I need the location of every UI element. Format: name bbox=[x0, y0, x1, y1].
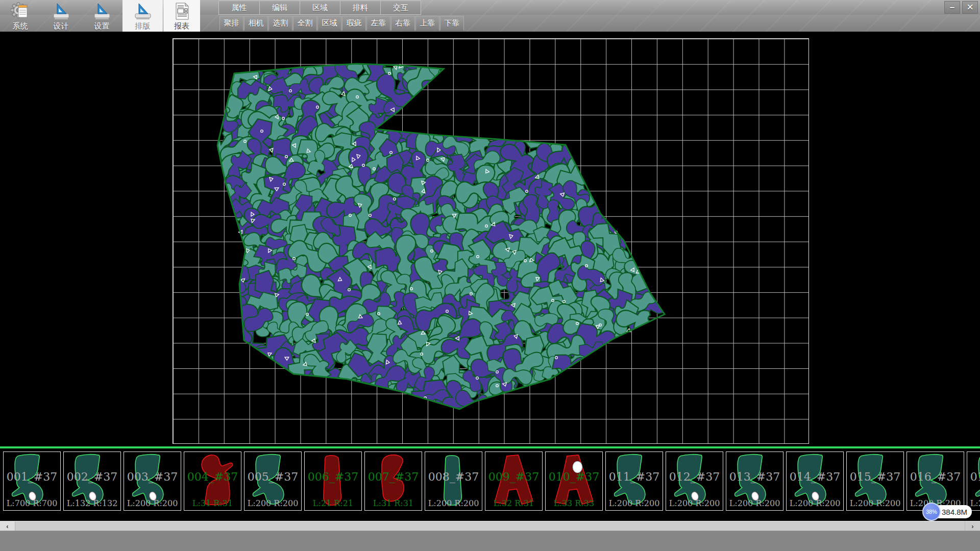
nested-pieces-pattern bbox=[200, 48, 672, 423]
memory-usage-badge: 38% 384.8M bbox=[933, 505, 972, 518]
menu-bar: 属性编辑区域排料交互 bbox=[218, 1, 421, 15]
piece-lr-count: L:700 R:700 bbox=[4, 498, 60, 508]
piece-lr-count: L:132 R:132 bbox=[64, 498, 120, 508]
piece-lr-count: L:200 R:200 bbox=[726, 498, 783, 508]
piece-name-label: 001_#37 bbox=[4, 470, 60, 483]
tool-button-7[interactable]: 右靠 bbox=[391, 16, 415, 31]
tool-button-0[interactable]: 聚排 bbox=[219, 16, 243, 31]
piece-lr-count: L:200 R:200 bbox=[666, 498, 723, 508]
status-bar bbox=[0, 531, 980, 551]
piece-name-label: 013_#37 bbox=[726, 470, 783, 483]
nav-tab-system[interactable]: 系统 bbox=[0, 0, 40, 32]
menu-item-4[interactable]: 交互 bbox=[380, 1, 421, 14]
menu-item-2[interactable]: 区域 bbox=[300, 1, 340, 14]
piece-thumbnail-005_#37[interactable]: 005_#37L:200 R:200 bbox=[244, 452, 302, 511]
menu-item-1[interactable]: 编辑 bbox=[259, 1, 300, 14]
tool-button-5[interactable]: 瑕疵 bbox=[342, 16, 366, 31]
piece-thumbnail-004_#37[interactable]: 004_#37L:31 R:31 bbox=[184, 452, 241, 511]
main-nav-tabs: 系统设计设置排版报表 bbox=[0, 0, 201, 32]
nav-tab-design[interactable]: 设计 bbox=[41, 0, 81, 32]
tool-button-6[interactable]: 左靠 bbox=[366, 16, 390, 31]
leather-hide-nesting-layout[interactable] bbox=[173, 38, 809, 444]
piece-thumbnail-013_#37[interactable]: 013_#37L:200 R:200 bbox=[726, 452, 783, 511]
piece-thumbnail-016_#37[interactable]: 016_#37L:200 R:200 bbox=[906, 452, 964, 511]
nav-tab-report[interactable]: 报表 bbox=[163, 0, 200, 32]
nav-tab-settings[interactable]: 设置 bbox=[82, 0, 122, 32]
title-bar: 系统设计设置排版报表 属性编辑区域排料交互 聚排相机选割全割区域瑕疵左靠右靠上靠… bbox=[0, 0, 980, 32]
scroll-right-arrow-icon[interactable]: › bbox=[965, 521, 980, 531]
piece-thumbnail-017_#37[interactable]: 017_#37L:200 R:200 bbox=[967, 452, 980, 511]
minimize-button[interactable]: – bbox=[944, 1, 960, 14]
piece-lr-count: L:200 R:200 bbox=[244, 498, 301, 508]
piece-name-label: 003_#37 bbox=[124, 470, 181, 483]
piece-thumbnail-strip: 001_#37L:700 R:700002_#37L:132 R:132003_… bbox=[0, 448, 980, 521]
piece-name-label: 012_#37 bbox=[666, 470, 723, 483]
menu-item-0[interactable]: 属性 bbox=[219, 1, 259, 14]
piece-thumbnail-012_#37[interactable]: 012_#37L:200 R:200 bbox=[666, 452, 723, 511]
piece-lr-count: L:200 R:200 bbox=[606, 498, 663, 508]
piece-name-label: 015_#37 bbox=[847, 470, 903, 483]
settings-icon bbox=[92, 1, 112, 21]
piece-name-label: 002_#37 bbox=[64, 470, 120, 483]
piece-thumbnail-010_#37[interactable]: 010_#37L:33 R:33 bbox=[545, 452, 603, 511]
tool-button-8[interactable]: 上靠 bbox=[415, 16, 439, 31]
piece-name-label: 008_#37 bbox=[425, 470, 482, 483]
memory-value: 384.8M bbox=[942, 508, 967, 516]
nav-tab-nesting[interactable]: 排版 bbox=[122, 0, 163, 32]
nav-tab-label: 设计 bbox=[54, 21, 69, 31]
nav-tab-label: 排版 bbox=[135, 21, 151, 31]
piece-thumbnail-001_#37[interactable]: 001_#37L:700 R:700 bbox=[3, 452, 61, 511]
piece-lr-count: L:32 R:31 bbox=[485, 498, 542, 508]
tool-button-4[interactable]: 区域 bbox=[317, 16, 341, 31]
nav-tab-label: 设置 bbox=[94, 21, 110, 31]
window-controls: – ✕ bbox=[944, 1, 978, 14]
progress-percent-badge: 38% bbox=[922, 503, 941, 521]
piece-lr-count: L:31 R:31 bbox=[184, 498, 241, 508]
nav-tab-label: 报表 bbox=[174, 21, 189, 31]
piece-name-label: 016_#37 bbox=[907, 470, 964, 483]
piece-thumbnail-003_#37[interactable]: 003_#37L:200 R:200 bbox=[124, 452, 181, 511]
piece-thumbnail-006_#37[interactable]: 006_#37L:21 R:21 bbox=[304, 452, 362, 511]
nesting-icon bbox=[133, 1, 153, 21]
piece-lr-count: L:200 R:200 bbox=[425, 498, 482, 508]
piece-thumbnail-014_#37[interactable]: 014_#37L:200 R:200 bbox=[786, 452, 844, 511]
close-button[interactable]: ✕ bbox=[962, 1, 978, 14]
piece-thumbnail-011_#37[interactable]: 011_#37L:200 R:200 bbox=[605, 452, 663, 511]
piece-thumbnail-007_#37[interactable]: 007_#37L:31 R:31 bbox=[364, 452, 422, 511]
piece-name-label: 005_#37 bbox=[244, 470, 301, 483]
scroll-left-arrow-icon[interactable]: ‹ bbox=[0, 521, 15, 531]
nesting-canvas[interactable] bbox=[0, 32, 980, 446]
piece-thumbnail-009_#37[interactable]: 009_#37L:32 R:31 bbox=[485, 452, 543, 511]
system-icon bbox=[11, 1, 30, 21]
piece-name-label: 017_#37 bbox=[967, 470, 980, 483]
nesting-toolbar: 聚排相机选割全割区域瑕疵左靠右靠上靠下靠 bbox=[219, 16, 464, 31]
piece-name-label: 011_#37 bbox=[606, 470, 663, 483]
horizontal-scrollbar[interactable]: ‹ › bbox=[0, 521, 980, 531]
piece-lr-count: L:200 R:200 bbox=[787, 498, 843, 508]
report-icon bbox=[172, 1, 191, 21]
piece-lr-count: L:200 R:200 bbox=[847, 498, 903, 508]
piece-lr-count: L:200 R:200 bbox=[124, 498, 181, 508]
piece-lr-count: L:21 R:21 bbox=[305, 498, 361, 508]
tool-button-9[interactable]: 下靠 bbox=[440, 16, 464, 31]
piece-name-label: 007_#37 bbox=[365, 470, 422, 483]
tool-button-2[interactable]: 选割 bbox=[268, 16, 292, 31]
piece-name-label: 014_#37 bbox=[787, 470, 843, 483]
piece-thumbnail-008_#37[interactable]: 008_#37L:200 R:200 bbox=[425, 452, 482, 511]
tool-button-3[interactable]: 全割 bbox=[293, 16, 317, 31]
piece-lr-count: L:33 R:33 bbox=[546, 498, 602, 508]
menu-item-3[interactable]: 排料 bbox=[340, 1, 380, 14]
piece-name-label: 009_#37 bbox=[485, 470, 542, 483]
piece-thumbnail-002_#37[interactable]: 002_#37L:132 R:132 bbox=[63, 452, 121, 511]
design-icon bbox=[52, 1, 71, 21]
piece-lr-count: L:31 R:31 bbox=[365, 498, 422, 508]
piece-thumbnail-015_#37[interactable]: 015_#37L:200 R:200 bbox=[846, 452, 904, 511]
tool-button-1[interactable]: 相机 bbox=[244, 16, 268, 31]
piece-name-label: 006_#37 bbox=[305, 470, 361, 483]
piece-name-label: 010_#37 bbox=[546, 470, 602, 483]
piece-name-label: 004_#37 bbox=[184, 470, 241, 483]
nav-tab-label: 系统 bbox=[13, 21, 28, 31]
